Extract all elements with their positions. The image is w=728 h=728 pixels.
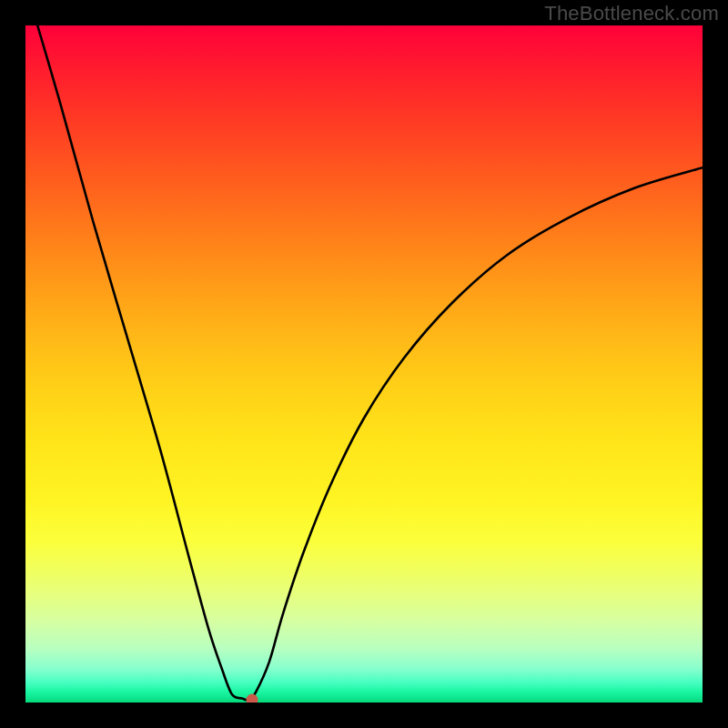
chart-frame: TheBottleneck.com	[0, 0, 728, 728]
bottleneck-curve	[25, 25, 703, 703]
optimal-point-marker	[247, 694, 258, 703]
watermark-text: TheBottleneck.com	[544, 2, 719, 25]
curve-path	[25, 25, 703, 700]
plot-area	[25, 25, 703, 703]
